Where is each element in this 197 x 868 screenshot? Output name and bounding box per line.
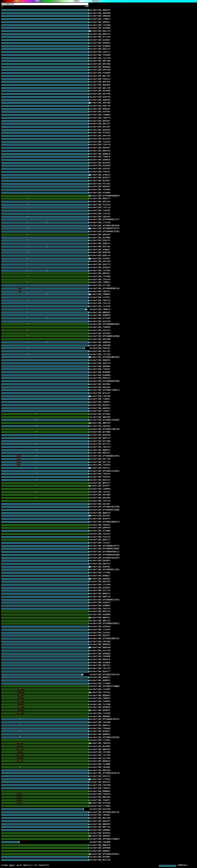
hit-bar[interactable] [2,81,89,83]
hit-label[interactable]: UniRef100_Q6TGE6 [90,81,110,83]
hit-bar[interactable] [2,111,89,113]
hit-label[interactable]: UniRef100_Q9SZJ5 [90,48,110,50]
alignment-row[interactable]: UniRef100_Q5B1F5 [0,239,197,242]
alignment-row[interactable]: UniRef100_B8M9H2 [0,733,197,736]
alignment-row[interactable]: UniRef100_UPI0001770B66 [0,685,197,688]
hit-label[interactable]: UniRef100_C5FX66 [90,751,110,753]
alignment-row[interactable]: UniRef100_C5DGX5 [0,793,197,796]
alignment-row[interactable]: UniRef100_C1GC35 [0,212,197,215]
alignment-row[interactable]: UniRef100_A7S563 [0,131,197,134]
hit-bar[interactable] [2,156,89,158]
hit-bar[interactable] [2,12,89,14]
hit-bar[interactable] [2,174,89,176]
hit-label[interactable]: UniRef100_A1DN26 [90,661,110,664]
hit-label[interactable]: UniRef100_C8VDM8 [90,655,110,658]
hit-bar[interactable] [2,677,89,678]
hit-bar[interactable] [2,745,89,747]
alignment-row[interactable]: UniRef100_C5JZ96 [0,703,197,706]
hit-bar[interactable] [2,186,89,188]
alignment-row[interactable]: UniRef100_Q9NB58 [0,158,197,161]
alignment-row[interactable]: UniRef100_A7F3H9 [0,317,197,320]
alignment-row[interactable]: UniRef100_A9SM20 [0,12,197,15]
alignment-row[interactable]: UniRef100_D5DQB9 [0,374,197,377]
hit-bar[interactable] [2,345,89,346]
hit-label[interactable]: UniRef100_C4JEX8 [90,305,110,308]
alignment-row[interactable]: UniRef100_C4J7J0 [0,57,197,60]
hit-label[interactable]: UniRef100_B2WDH9 [90,706,110,709]
hit-bar[interactable] [2,464,89,466]
hit-label[interactable]: UniRef100_B6T707 [90,75,110,77]
hit-bar[interactable] [2,641,89,643]
alignment-row[interactable]: UniRef100_C1MW75 [0,18,197,21]
hit-bar[interactable] [2,45,89,47]
hit-bar[interactable] [2,30,89,32]
hit-label[interactable]: UniRef100_B6QNS3 [90,694,110,697]
alignment-row[interactable]: UniRef100_B6QDV3 [0,676,197,679]
hit-label[interactable]: UniRef100_A2R4X8 [90,625,110,628]
alignment-row[interactable]: UniRef100_B6HBV9 [0,643,197,646]
hit-bar[interactable] [2,398,89,400]
hit-bar[interactable] [2,117,89,119]
alignment-row[interactable]: UniRef100_B4E102 [0,245,197,248]
hit-label[interactable]: UniRef100_A3LY87 [90,350,110,352]
hit-label[interactable]: UniRef100_C5JNM9 [90,763,110,766]
hit-bar[interactable] [2,327,89,328]
hit-label[interactable]: UniRef100_Q2GY42 [90,775,110,777]
hit-label[interactable]: UniRef100_Q0CYN6 [90,60,110,62]
hit-bar[interactable] [2,159,89,161]
alignment-row[interactable]: UniRef100_C5JNM9 [0,763,197,766]
alignment-row[interactable]: UniRef100_Q6PV73 [0,437,197,440]
hit-bar[interactable] [2,21,89,23]
alignment-row[interactable]: UniRef100_UPI00015E5F4A [0,673,197,676]
alignment-row[interactable]: UniRef100_Q3EB23 [0,266,197,269]
hit-label[interactable]: UniRef100_A5B1Y9 [90,362,110,365]
hit-bar[interactable] [2,314,89,316]
alignment-row[interactable]: UniRef100_A5BPE6 [0,98,197,102]
hit-bar[interactable] [2,500,89,502]
hit-bar[interactable] [2,347,85,349]
hit-bar[interactable] [2,141,89,143]
hit-label[interactable]: UniRef100_P34899 [90,72,110,74]
hit-label[interactable]: UniRef100_C5LR27 [90,541,110,544]
hit-bar[interactable] [2,530,89,532]
hit-bar[interactable] [2,222,89,223]
alignment-row[interactable]: UniRef100_UPI00004A5D60 [0,553,197,556]
alignment-row[interactable]: UniRef100_B6MQ92 [0,311,197,314]
hit-bar[interactable] [2,356,89,358]
alignment-row[interactable]: UniRef100_C5FCF0 [0,499,197,502]
hit-label[interactable]: UniRef100_C0SNF1 [90,401,110,403]
hit-bar[interactable] [2,709,89,711]
hit-label[interactable]: UniRef100_UPI0000F2DCF5 [90,718,120,720]
hit-label[interactable]: UniRef100_B8MWR4 [90,790,110,793]
hit-bar[interactable] [2,48,89,50]
hit-label[interactable]: UniRef100_C4JYR5 [90,754,110,756]
alignment-row[interactable]: UniRef100_A7R7N7 [0,110,197,113]
alignment-row[interactable]: UniRef100_Q9UB04 [0,365,197,368]
hit-label[interactable]: UniRef100_B6QDV3 [90,676,110,679]
hit-bar[interactable] [2,234,89,236]
hit-label[interactable]: UniRef100_B6QHL8 [90,760,110,763]
hit-bar[interactable] [2,593,89,595]
hit-bar[interactable] [2,817,89,819]
alignment-row[interactable]: UniRef100_B9N177 [0,197,197,200]
alignment-row[interactable]: UniRef100_UPI000179DEC3 [0,389,197,392]
alignment-row[interactable]: UniRef100_C8V2T9 [0,607,197,610]
alignment-row[interactable]: UniRef100_A9TW50 [0,89,197,92]
hit-label[interactable]: UniRef100_A5BPE6 [90,99,110,101]
hit-bar[interactable] [2,808,84,810]
alignment-row[interactable]: UniRef100_C7Z9V5 [0,739,197,742]
hit-bar[interactable] [2,763,89,765]
hit-label[interactable]: UniRef100_Q8LJV8 [90,87,110,89]
hit-label[interactable]: UniRef100_A3LR13 [90,329,110,332]
alignment-row[interactable]: UniRef100_B4DJQ3 [0,386,197,389]
hit-bar[interactable] [2,270,89,272]
hit-bar[interactable] [2,766,89,768]
hit-label[interactable]: UniRef100_B9XY66 [90,63,110,65]
alignment-row[interactable]: UniRef100_Q5VQ77 [0,176,197,179]
alignment-row[interactable]: UniRef100_A5B1Y9 [0,362,197,365]
hit-bar[interactable] [2,168,89,170]
hit-label[interactable]: UniRef100_B4DLK3 [90,377,110,379]
alignment-row[interactable]: UniRef100_C5K2N8 [0,721,197,724]
hit-label[interactable]: UniRef100_Q10DG8 [90,45,110,48]
alignment-row[interactable]: UniRef100_A2QSX3 [0,601,197,604]
